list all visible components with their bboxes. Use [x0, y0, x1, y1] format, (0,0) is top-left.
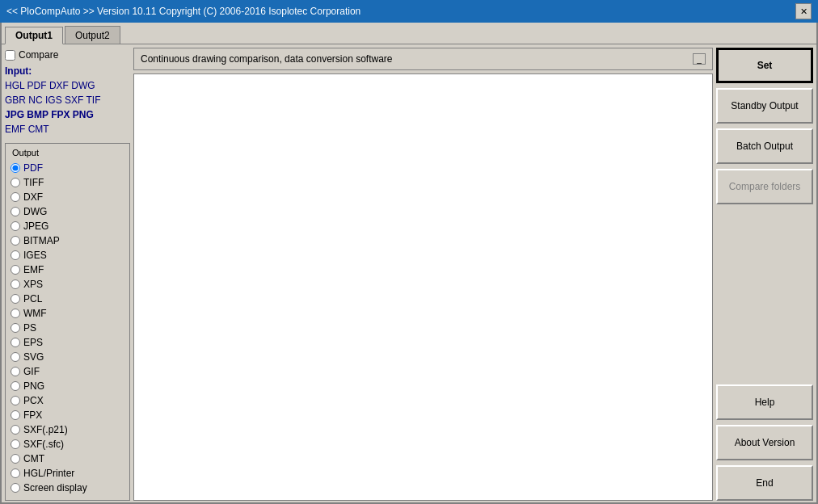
output-radio-row-ps: PS — [11, 321, 124, 335]
output-radio-row-png: PNG — [11, 379, 124, 393]
output-radio-row-sxf_sfc: SXF(.sfc) — [11, 437, 124, 452]
output-radio-row-wmf: WMF — [11, 306, 124, 321]
output-radio-tiff[interactable] — [11, 178, 20, 187]
output-label-screen_display: Screen display — [23, 482, 87, 494]
output-radio-row-gif: GIF — [11, 364, 124, 379]
output-radio-dxf[interactable] — [11, 192, 20, 202]
output-label-emf: EMF — [23, 264, 44, 275]
output-radio-row-tiff: TIFF — [11, 175, 124, 190]
output-label-bitmap: BITMAP — [23, 235, 60, 246]
output-radio-wmf[interactable] — [11, 309, 20, 318]
output-label-fpx: FPX — [23, 410, 42, 421]
output-label-png: PNG — [23, 380, 44, 392]
output-label-wmf: WMF — [23, 308, 47, 319]
output-radio-sxf_sfc[interactable] — [11, 439, 20, 449]
output-label-eps: EPS — [23, 337, 43, 348]
output-radio-row-bitmap: BITMAP — [11, 233, 124, 248]
input-format-line2: GBR NC IGS SXF TIF — [5, 93, 130, 107]
output-label-gif: GIF — [23, 366, 40, 377]
output-radio-row-iges: IGES — [11, 248, 124, 262]
tab-output1[interactable]: Output1 — [5, 27, 63, 44]
output-radio-row-pcl: PCL — [11, 292, 124, 306]
end-button[interactable]: End — [716, 465, 813, 501]
output-label-pcx: PCX — [23, 395, 44, 406]
output-radio-hgl_printer[interactable] — [11, 468, 20, 478]
compare-label: Compare — [19, 49, 58, 61]
output-radio-gif[interactable] — [11, 367, 20, 376]
output-label-sxf_p21: SXF(.p21) — [23, 424, 68, 435]
output-radio-row-screen_display: Screen display — [11, 481, 124, 495]
output-radio-row-xps: XPS — [11, 277, 124, 292]
title-bar-text: << PloCompAuto >> Version 10.11 Copyrigh… — [6, 6, 361, 17]
output-label-iges: IGES — [23, 250, 47, 261]
output-label-pdf: PDF — [23, 162, 43, 174]
output-label-hgl_printer: HGL/Printer — [23, 468, 74, 479]
output-label-jpeg: JPEG — [23, 220, 48, 232]
output-radio-pcl[interactable] — [11, 294, 20, 304]
output-label-svg: SVG — [23, 351, 44, 363]
preview-area: Continuous drawing comparison, data conv… — [133, 48, 713, 501]
input-formats: HGL PDF DXF DWG GBR NC IGS SXF TIF JPG B… — [5, 78, 130, 136]
output-label-pcl: PCL — [23, 293, 42, 304]
output-radio-eps[interactable] — [11, 338, 20, 347]
compare-checkbox[interactable] — [5, 50, 15, 61]
output-radio-jpeg[interactable] — [11, 221, 20, 231]
right-panel: Set Standby Output Batch Output Compare … — [716, 48, 813, 501]
set-button[interactable]: Set — [716, 48, 813, 83]
output-radio-pdf[interactable] — [11, 163, 20, 173]
minimize-button[interactable]: _ — [693, 53, 706, 65]
output-group: Output PDFTIFFDXFDWGJPEGBITMAPIGESEMFXPS… — [5, 143, 130, 501]
input-section: Input: HGL PDF DXF DWG GBR NC IGS SXF TI… — [5, 65, 130, 136]
compare-row: Compare — [5, 48, 130, 62]
output-radio-svg[interactable] — [11, 352, 20, 362]
output-radio-dwg[interactable] — [11, 207, 20, 216]
output-label-sxf_sfc: SXF(.sfc) — [23, 439, 64, 450]
output-label-tiff: TIFF — [23, 177, 44, 188]
preview-header-text: Continuous drawing comparison, data conv… — [141, 53, 393, 65]
output-radios-container: PDFTIFFDXFDWGJPEGBITMAPIGESEMFXPSPCLWMFP… — [11, 161, 124, 495]
output-radio-row-cmt: CMT — [11, 452, 124, 466]
output-radio-row-sxf_p21: SXF(.p21) — [11, 422, 124, 437]
output-radio-row-emf: EMF — [11, 262, 124, 277]
output-radio-row-eps: EPS — [11, 335, 124, 350]
input-format-line1: HGL PDF DXF DWG — [5, 78, 130, 93]
preview-header: Continuous drawing comparison, data conv… — [133, 48, 713, 70]
close-button[interactable]: ✕ — [795, 3, 812, 19]
output-radio-screen_display[interactable] — [11, 483, 20, 493]
tab-bar: Output1 Output2 — [2, 23, 816, 44]
main-window: Output1 Output2 Compare Input: HGL PDF D… — [0, 23, 818, 504]
compare-folders-button[interactable]: Compare folders — [716, 169, 813, 204]
output-radio-xps[interactable] — [11, 279, 20, 289]
output-radio-row-pcx: PCX — [11, 393, 124, 408]
output-radio-iges[interactable] — [11, 250, 20, 260]
preview-canvas — [133, 74, 713, 501]
output-radio-row-jpeg: JPEG — [11, 219, 124, 233]
output-radio-sxf_p21[interactable] — [11, 425, 20, 435]
output-radio-ps[interactable] — [11, 323, 20, 333]
output-radio-cmt[interactable] — [11, 454, 20, 464]
input-format-line4: EMF CMT — [5, 122, 130, 136]
batch-output-button[interactable]: Batch Output — [716, 128, 813, 164]
input-label: Input: — [5, 65, 130, 77]
button-spacer — [716, 209, 813, 380]
help-button[interactable]: Help — [716, 384, 813, 420]
output-radio-png[interactable] — [11, 381, 20, 391]
left-panel: Compare Input: HGL PDF DXF DWG GBR NC IG… — [5, 48, 130, 501]
output-radio-pcx[interactable] — [11, 396, 20, 405]
output-radio-row-dxf: DXF — [11, 190, 124, 204]
output-radio-row-pdf: PDF — [11, 161, 124, 175]
about-version-button[interactable]: About Version — [716, 425, 813, 460]
standby-output-button[interactable]: Standby Output — [716, 88, 813, 124]
title-bar: << PloCompAuto >> Version 10.11 Copyrigh… — [0, 0, 818, 23]
output-radio-row-fpx: FPX — [11, 408, 124, 422]
output-label-dwg: DWG — [23, 206, 47, 217]
content-area: Compare Input: HGL PDF DXF DWG GBR NC IG… — [2, 44, 816, 504]
input-format-line3: JPG BMP FPX PNG — [5, 107, 130, 122]
tab-output2[interactable]: Output2 — [65, 26, 120, 44]
output-label-cmt: CMT — [23, 453, 44, 464]
output-radio-emf[interactable] — [11, 265, 20, 275]
output-radio-bitmap[interactable] — [11, 236, 20, 246]
output-radio-fpx[interactable] — [11, 410, 20, 420]
output-radio-row-dwg: DWG — [11, 204, 124, 219]
output-label-ps: PS — [23, 322, 36, 334]
